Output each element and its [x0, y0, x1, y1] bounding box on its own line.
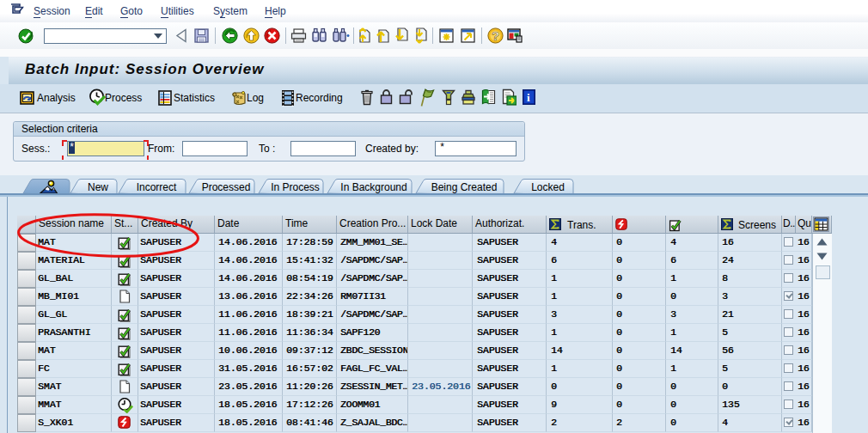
svg-text:i: i [527, 91, 530, 104]
svg-text:Locked: Locked [531, 181, 565, 193]
svg-text:In Process: In Process [271, 181, 320, 193]
svg-text:New: New [88, 181, 108, 193]
svg-text:?: ? [492, 28, 499, 43]
svg-text:Being Created: Being Created [431, 181, 498, 193]
svg-text:Incorrect: Incorrect [137, 181, 177, 193]
svg-text:Processed: Processed [202, 181, 251, 193]
svg-text:In Background: In Background [340, 181, 406, 193]
